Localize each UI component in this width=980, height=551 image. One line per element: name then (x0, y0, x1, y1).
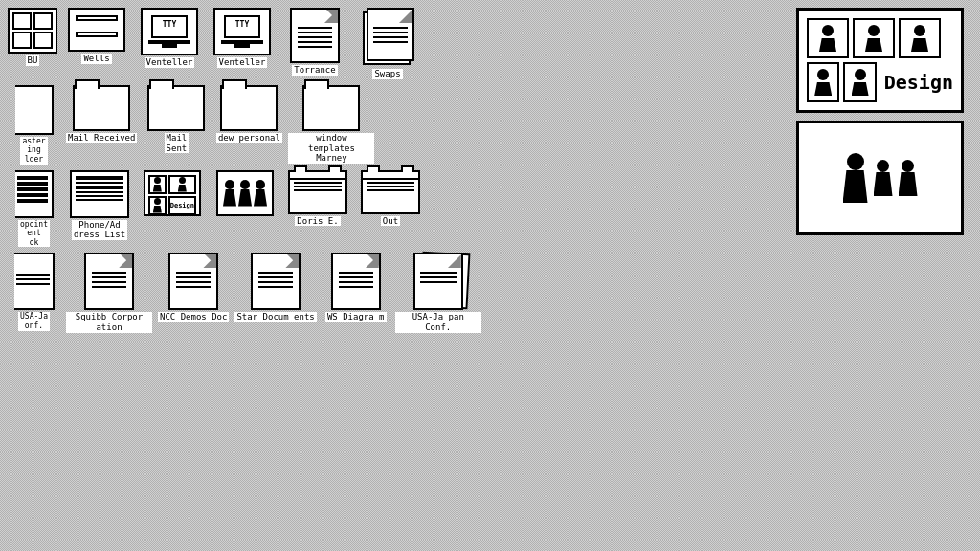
small-person-2 (874, 160, 893, 196)
ncc-icon (168, 253, 218, 310)
design-group-row1 (807, 18, 953, 58)
design-cell-r1c3 (899, 18, 941, 58)
swaps-label: Swaps (372, 69, 402, 79)
star-docs-label: Star Docum ents (234, 312, 316, 322)
person-1 (223, 180, 236, 207)
star-docs-item[interactable]: Star Docum ents (234, 253, 316, 322)
right-panel: Design (789, 0, 980, 551)
tray-top (290, 172, 345, 180)
ncc-label: NCC Demos Doc (158, 312, 229, 322)
ws-diagram-item[interactable]: WS Diagra m (323, 253, 390, 322)
usa-ja-partial-item[interactable]: USA-Jaonf. (8, 253, 60, 330)
icon-row-2: asteringlder Mail Received MailSent dew … (8, 85, 781, 165)
design-cell-r2c1 (807, 62, 839, 102)
venteller1-icon: TTY (141, 8, 198, 55)
people-icon (216, 170, 274, 216)
people-item[interactable] (212, 170, 278, 218)
tray-tab-right (328, 165, 342, 172)
dew-personal-icon (220, 85, 278, 131)
venteller2-label: Venteller (217, 57, 268, 68)
venteller2-icon: TTY (213, 8, 271, 55)
appoint-item[interactable]: opointentok (8, 170, 60, 248)
torrance-icon (290, 8, 340, 63)
dew-personal-label: dew personal (216, 133, 282, 143)
person-2 (238, 180, 252, 207)
phone-address-item[interactable]: Phone/Address List (66, 170, 133, 241)
icon-row-3: opointentok Phone/Address List (8, 170, 781, 248)
wells-icon (68, 8, 125, 52)
doris-tray-icon (288, 170, 347, 214)
master-folder-label: asteringlder (20, 137, 47, 165)
usa-ja-partial-label: USA-Jaonf. (18, 312, 50, 330)
left-panel: BU Wells TTY Ve (0, 0, 789, 551)
torrance-icon-item[interactable]: Torrance (281, 8, 348, 76)
venteller1-icon-item[interactable]: TTY Venteller (136, 8, 203, 68)
bu-icon-item[interactable]: BU (8, 8, 57, 66)
desktop: BU Wells TTY Ve (0, 0, 980, 551)
venteller1-label: Venteller (145, 57, 195, 68)
design-group-row2: Design (807, 62, 953, 102)
design-text-label: Design (880, 71, 953, 94)
icon-row-4: USA-Jaonf. Squibb Corpor ation (8, 253, 781, 333)
swaps-icon (361, 8, 414, 67)
swaps-icon-item[interactable]: Swaps (354, 8, 421, 79)
phone-address-icon (70, 170, 129, 218)
ws-diagram-label: WS Diagra m (325, 312, 387, 322)
icon-row-1: BU Wells TTY Ve (8, 8, 781, 79)
mail-sent-label: MailSent (165, 133, 189, 154)
out-tray-icon (361, 170, 420, 214)
usa-japan-conf-label: USA-Ja pan Conf. (395, 312, 481, 333)
mail-sent-item[interactable]: MailSent (143, 85, 210, 154)
design-sub-icon: Design (144, 170, 201, 216)
ws-diagram-icon (331, 253, 381, 310)
tty-screen: TTY (151, 15, 188, 38)
squibb-icon (84, 253, 134, 310)
window-templates-item[interactable]: window templates Marney (288, 85, 374, 164)
mail-received-icon (73, 85, 130, 131)
out-tray-tab-right (401, 165, 414, 172)
out-tray-content (363, 180, 418, 212)
design-cell-3 (148, 196, 167, 215)
wells-icon-item[interactable]: Wells (63, 8, 130, 64)
squibb-label: Squibb Corpor ation (66, 312, 152, 333)
star-docs-icon (251, 253, 301, 310)
large-people-panel[interactable] (796, 121, 964, 235)
doris-label: Doris E. (295, 216, 340, 227)
design-sub-item[interactable]: Design (139, 170, 206, 218)
doris-tray-item[interactable]: Doris E. (284, 170, 351, 227)
torrance-label: Torrance (292, 65, 337, 76)
phone-address-label: Phone/Address List (72, 220, 127, 241)
window-templates-icon (302, 85, 360, 131)
tty-label: TTY (163, 20, 176, 29)
squibb-item[interactable]: Squibb Corpor ation (66, 253, 152, 333)
person-3 (254, 180, 267, 207)
bu-label: BU (26, 55, 40, 66)
design-cell-1 (148, 175, 167, 194)
wells-label: Wells (81, 54, 111, 64)
venteller2-icon-item[interactable]: TTY Venteller (209, 8, 276, 68)
master-folder-item[interactable]: asteringlder (8, 85, 60, 165)
out-tray-tab-left (367, 165, 380, 172)
window-templates-label: window templates Marney (288, 133, 374, 164)
tray-tab-left (294, 165, 307, 172)
ncc-item[interactable]: NCC Demos Doc (158, 253, 229, 322)
design-sub-label: Design (170, 202, 194, 209)
usa-japan-conf-icon (413, 253, 463, 310)
mail-received-item[interactable]: Mail Received (66, 85, 137, 143)
small-person-3 (899, 160, 918, 196)
appoint-label: opointentok (18, 220, 50, 248)
design-cell-r2c2 (843, 62, 876, 102)
tty-screen2: TTY (224, 15, 260, 38)
usa-japan-conf-item[interactable]: USA-Ja pan Conf. (395, 253, 481, 333)
out-tray-item[interactable]: Out (357, 170, 424, 227)
design-cell-r1c2 (853, 18, 895, 58)
mail-received-label: Mail Received (66, 133, 137, 143)
design-group-item[interactable]: Design (796, 8, 964, 113)
big-person-1 (843, 153, 868, 203)
design-cell-2 (168, 175, 196, 194)
out-tray-top (363, 172, 418, 180)
out-label: Out (381, 216, 400, 227)
dew-personal-item[interactable]: dew personal (215, 85, 282, 143)
tray-content (290, 180, 345, 212)
design-cell-r1c1 (807, 18, 849, 58)
